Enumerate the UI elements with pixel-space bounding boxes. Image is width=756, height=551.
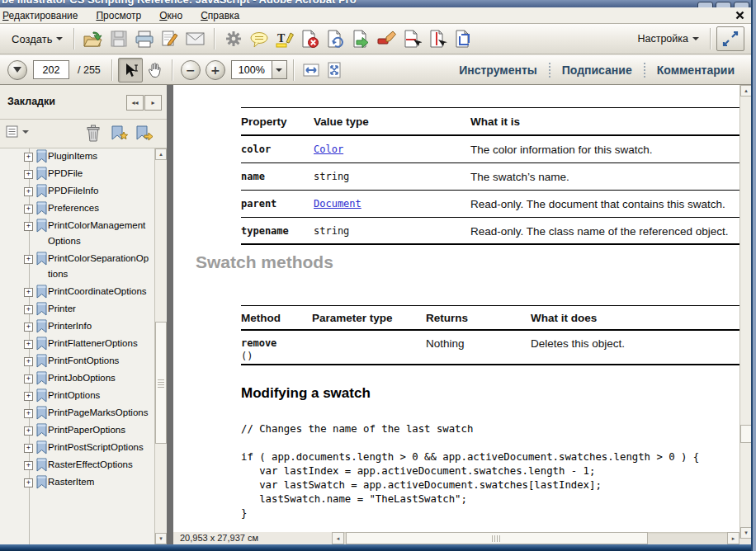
expand-plus-icon[interactable]: +	[24, 288, 33, 297]
document-vscrollbar[interactable]: ▴ ▾	[739, 85, 751, 539]
zoom-dropdown-button[interactable]	[272, 60, 287, 79]
rotate-pages-button[interactable]	[323, 26, 348, 51]
fit-width-button[interactable]	[300, 59, 323, 82]
scroll-left-button[interactable]: ◂	[332, 532, 344, 544]
bookmark-item[interactable]: +PPDFileInfo	[0, 183, 154, 200]
bookmark-item[interactable]: +PrintPaperOptions	[0, 422, 154, 440]
page-number-input[interactable]	[33, 60, 69, 79]
menu-edit[interactable]: Редактирование	[0, 8, 87, 23]
save-file-button[interactable]	[106, 26, 131, 51]
delete-pages-button[interactable]	[297, 26, 323, 51]
bookmark-options-button[interactable]	[6, 125, 29, 139]
insert-blank-page-button[interactable]	[399, 26, 425, 51]
crop-pages-button[interactable]	[451, 26, 476, 51]
expand-panel-button[interactable]: ▸	[144, 95, 162, 111]
expand-plus-icon[interactable]: +	[24, 392, 33, 401]
scrollbar-thumb[interactable]	[155, 322, 167, 444]
scrollbar-thumb[interactable]	[740, 425, 752, 443]
bookmark-item[interactable]: +PrintCoordinateOptions	[0, 284, 154, 301]
document-hscrollbar[interactable]: ◂ ▸	[332, 532, 739, 544]
new-bookmark-button[interactable]	[110, 125, 128, 142]
expand-plus-icon[interactable]: +	[24, 409, 33, 418]
zoom-out-button[interactable]: −	[181, 60, 201, 80]
document-link[interactable]: Document	[314, 198, 361, 210]
page-down-button[interactable]	[7, 60, 27, 80]
redact-button[interactable]	[374, 26, 399, 51]
customize-button[interactable]: Настройка	[632, 30, 704, 48]
open-folder-icon	[83, 30, 103, 49]
extract-pages-button[interactable]	[348, 26, 374, 51]
send-email-button[interactable]	[182, 26, 208, 51]
sign-document-button[interactable]	[157, 26, 182, 51]
expand-plus-icon[interactable]: +	[24, 187, 33, 196]
expand-plus-icon[interactable]: +	[24, 357, 33, 366]
print-button[interactable]	[131, 26, 157, 51]
expand-plus-icon[interactable]: +	[24, 374, 33, 384]
maximize-button[interactable]	[716, 2, 731, 7]
expand-plus-icon[interactable]: +	[24, 153, 33, 162]
bookmark-item[interactable]: +Preferences	[0, 200, 154, 218]
tab-tools[interactable]: Инструменты	[447, 64, 549, 77]
bookmark-item[interactable]: +PluginItems	[0, 148, 154, 166]
expand-plus-icon[interactable]: +	[24, 444, 33, 453]
fullscreen-button[interactable]	[716, 26, 744, 51]
scroll-down-button[interactable]: ▾	[155, 533, 167, 544]
scrollbar-thumb[interactable]	[346, 532, 648, 544]
sticky-note-button[interactable]	[246, 26, 272, 51]
expand-plus-icon[interactable]: +	[24, 323, 33, 332]
bookmark-item[interactable]: +PrintPageMarksOptions	[0, 405, 154, 422]
bookmark-item[interactable]: +PPDFile	[0, 166, 154, 183]
highlight-text-button[interactable]: T	[272, 26, 297, 51]
delete-bookmark-button[interactable]	[86, 125, 101, 142]
fit-page-button[interactable]	[323, 59, 346, 82]
bookmark-item[interactable]: +PrintPostScriptOptions	[0, 440, 154, 457]
select-tool-button[interactable]	[118, 58, 143, 82]
bookmark-item[interactable]: +PrintFontOptions	[0, 353, 154, 370]
hand-tool-button[interactable]	[143, 59, 166, 82]
create-button[interactable]: Создать	[7, 30, 68, 49]
menu-window[interactable]: Окно	[150, 8, 191, 23]
split-document-button[interactable]	[425, 26, 451, 51]
scroll-up-button[interactable]: ▴	[155, 148, 167, 160]
scroll-right-button[interactable]: ▸	[727, 532, 739, 544]
goto-bookmark-button[interactable]	[135, 125, 153, 142]
zoom-in-button[interactable]: +	[206, 60, 225, 80]
expand-plus-icon[interactable]: +	[24, 340, 33, 349]
tab-comments[interactable]: Комментарии	[645, 64, 746, 77]
bookmark-item[interactable]: +PrintColorSeparationOptions	[0, 251, 154, 284]
scroll-down-button[interactable]: ▾	[740, 527, 752, 539]
zoom-level-input[interactable]	[231, 60, 272, 79]
bookmark-item[interactable]: +RasterEffectOptions	[0, 457, 154, 474]
bookmark-item[interactable]: +PrintColorManagementOptions	[0, 218, 154, 251]
bookmarks-scrollbar[interactable]: ▴ ▾	[154, 148, 167, 544]
bookmark-item[interactable]: +PrintFlattenerOptions	[0, 336, 154, 353]
expand-plus-icon[interactable]: +	[24, 205, 33, 214]
expand-plus-icon[interactable]: +	[24, 305, 33, 314]
settings-gear-button[interactable]	[220, 26, 246, 51]
bookmark-item[interactable]: +PrintOptions	[0, 388, 154, 405]
panel-resize-divider[interactable]	[167, 85, 173, 544]
minimize-button[interactable]	[697, 2, 713, 7]
expand-plus-icon[interactable]: +	[24, 461, 33, 470]
expand-plus-icon[interactable]: +	[24, 478, 33, 487]
open-file-button[interactable]	[80, 26, 106, 51]
collapse-panel-button[interactable]: ◂◂	[126, 95, 144, 111]
menu-view[interactable]: Просмотр	[87, 8, 150, 23]
menu-help[interactable]: Справка	[191, 8, 248, 23]
bookmark-icon	[35, 458, 48, 473]
expand-plus-icon[interactable]: +	[24, 426, 33, 436]
bookmark-item[interactable]: +Printer	[0, 301, 154, 318]
bookmark-item[interactable]: +RasterItem	[0, 474, 154, 492]
bookmark-item[interactable]: +PrintJobOptions	[0, 370, 154, 388]
expand-plus-icon[interactable]: +	[24, 222, 33, 231]
chevron-down-icon	[276, 68, 282, 72]
document-close-button[interactable]	[735, 10, 745, 21]
close-button[interactable]	[734, 2, 749, 7]
tab-sign[interactable]: Подписание	[550, 64, 644, 77]
color-link[interactable]: Color	[314, 144, 343, 155]
expand-plus-icon[interactable]: +	[24, 255, 33, 264]
scroll-up-button[interactable]: ▴	[740, 85, 752, 97]
expand-plus-icon[interactable]: +	[24, 170, 33, 179]
minus-icon: −	[186, 66, 196, 74]
bookmark-item[interactable]: +PrinterInfo	[0, 318, 154, 336]
